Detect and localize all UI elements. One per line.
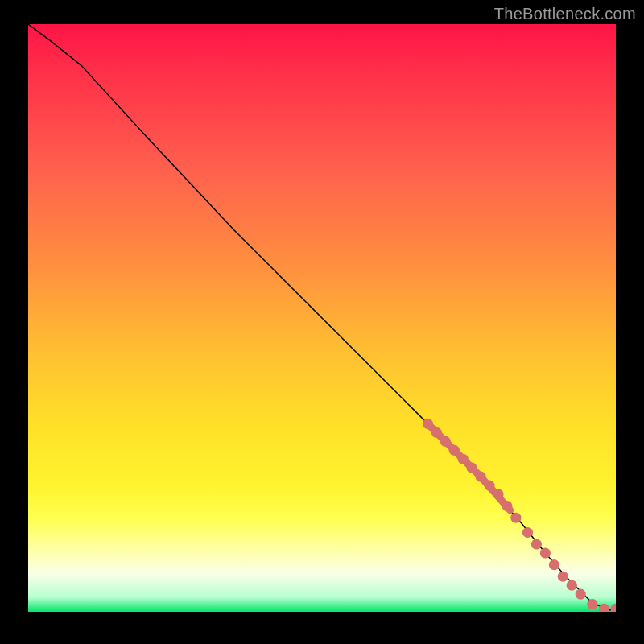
highlight-dot (587, 599, 597, 609)
highlight-dot (431, 427, 442, 438)
highlight-dot (610, 604, 616, 612)
bottleneck-curve (28, 24, 616, 610)
highlight-dot (449, 445, 460, 456)
highlight-dot (599, 604, 609, 612)
highlight-dot (502, 501, 512, 511)
highlight-dot (493, 489, 503, 499)
highlight-dot (510, 513, 521, 523)
highlight-dot (540, 547, 551, 558)
highlight-dot (423, 419, 433, 429)
highlight-dot (440, 436, 451, 447)
highlight-dot (576, 589, 586, 600)
highlight-dot (531, 539, 542, 549)
highlight-dot (476, 472, 486, 482)
highlight-dot (522, 527, 533, 538)
attribution-text: TheBottleneck.com (494, 5, 636, 23)
highlight-dot (558, 572, 568, 582)
highlight-dot (467, 463, 477, 473)
highlight-dot (567, 580, 577, 591)
chart-overlay (28, 24, 616, 612)
chart-frame: TheBottleneck.com (0, 0, 644, 644)
plot-area (28, 24, 616, 612)
highlight-dot (484, 480, 494, 490)
highlighted-points (423, 419, 616, 612)
curve-group (28, 24, 616, 612)
highlight-dot (458, 454, 469, 464)
highlight-dot (549, 559, 559, 570)
